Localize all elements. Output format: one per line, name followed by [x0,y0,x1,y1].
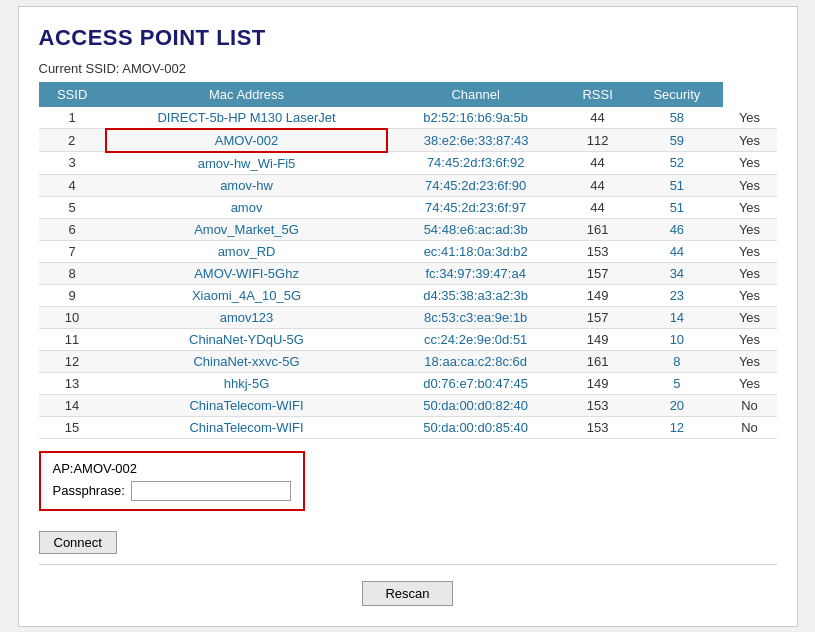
col-header-ssid: SSID [39,82,106,107]
row-num: 2 [39,129,106,152]
current-ssid: Current SSID: AMOV-002 [39,61,777,76]
table-row[interactable]: 14ChinaTelecom-WIFI50:da:00:d0:82:401532… [39,394,777,416]
row-security: Yes [723,262,777,284]
row-num: 1 [39,107,106,129]
table-row[interactable]: 12ChinaNet-xxvc-5G18:aa:ca:c2:8c:6d1618Y… [39,350,777,372]
rescan-row: Rescan [39,581,777,606]
row-rssi: 12 [631,416,722,438]
row-num: 8 [39,262,106,284]
row-ssid: amov_RD [106,240,388,262]
row-channel: 153 [564,416,631,438]
row-mac: 54:48:e6:ac:ad:3b [387,218,564,240]
row-security: Yes [723,152,777,175]
page-title: ACCESS POINT LIST [39,25,777,51]
row-mac: d4:35:38:a3:a2:3b [387,284,564,306]
row-rssi: 8 [631,350,722,372]
row-security: Yes [723,284,777,306]
row-channel: 149 [564,328,631,350]
row-rssi: 52 [631,152,722,175]
row-channel: 161 [564,350,631,372]
row-ssid: ChinaTelecom-WIFI [106,394,388,416]
row-security: Yes [723,107,777,129]
row-security: Yes [723,372,777,394]
row-rssi: 34 [631,262,722,284]
table-row[interactable]: 11ChinaNet-YDqU-5Gcc:24:2e:9e:0d:5114910… [39,328,777,350]
table-row[interactable]: 2AMOV-00238:e2:6e:33:87:4311259Yes [39,129,777,152]
row-security: No [723,394,777,416]
passphrase-label: Passphrase: [53,483,125,498]
row-num: 10 [39,306,106,328]
row-ssid: ChinaTelecom-WIFI [106,416,388,438]
row-num: 6 [39,218,106,240]
row-num: 14 [39,394,106,416]
row-mac: 74:45:2d:f3:6f:92 [387,152,564,175]
row-channel: 157 [564,306,631,328]
row-channel: 44 [564,174,631,196]
table-row[interactable]: 3amov-hw_Wi-Fi574:45:2d:f3:6f:924452Yes [39,152,777,175]
table-row[interactable]: 4amov-hw74:45:2d:23:6f:904451Yes [39,174,777,196]
row-num: 15 [39,416,106,438]
row-ssid: amov-hw [106,174,388,196]
row-num: 3 [39,152,106,175]
row-rssi: 51 [631,196,722,218]
row-mac: 18:aa:ca:c2:8c:6d [387,350,564,372]
row-num: 11 [39,328,106,350]
row-channel: 153 [564,240,631,262]
rescan-button[interactable]: Rescan [362,581,452,606]
table-row[interactable]: 8AMOV-WIFI-5Ghzfc:34:97:39:47:a415734Yes [39,262,777,284]
connect-button[interactable]: Connect [39,531,117,554]
row-channel: 44 [564,107,631,129]
row-channel: 112 [564,129,631,152]
row-rssi: 23 [631,284,722,306]
table-row[interactable]: 9Xiaomi_4A_10_5Gd4:35:38:a3:a2:3b14923Ye… [39,284,777,306]
row-num: 4 [39,174,106,196]
row-mac: fc:34:97:39:47:a4 [387,262,564,284]
row-mac: ec:41:18:0a:3d:b2 [387,240,564,262]
table-row[interactable]: 15ChinaTelecom-WIFI50:da:00:d0:85:401531… [39,416,777,438]
row-mac: 50:da:00:d0:85:40 [387,416,564,438]
table-body: 1DIRECT-5b-HP M130 LaserJetb2:52:16:b6:9… [39,107,777,439]
connect-box: AP:AMOV-002 Passphrase: [39,451,305,511]
row-rssi: 10 [631,328,722,350]
col-header-mac: Mac Address [106,82,388,107]
col-header-rssi: RSSI [564,82,631,107]
row-security: Yes [723,218,777,240]
row-num: 5 [39,196,106,218]
table-row[interactable]: 6Amov_Market_5G54:48:e6:ac:ad:3b16146Yes [39,218,777,240]
row-ssid: ChinaNet-xxvc-5G [106,350,388,372]
table-row[interactable]: 10amov1238c:53:c3:ea:9e:1b15714Yes [39,306,777,328]
divider [39,564,777,565]
passphrase-input[interactable] [131,481,291,501]
table-row[interactable]: 13hhkj-5Gd0:76:e7:b0:47:451495Yes [39,372,777,394]
row-channel: 157 [564,262,631,284]
row-ssid: DIRECT-5b-HP M130 LaserJet [106,107,388,129]
row-mac: 74:45:2d:23:6f:90 [387,174,564,196]
row-rssi: 5 [631,372,722,394]
row-rssi: 59 [631,129,722,152]
col-header-channel: Channel [387,82,564,107]
row-rssi: 44 [631,240,722,262]
row-num: 12 [39,350,106,372]
table-row[interactable]: 7amov_RDec:41:18:0a:3d:b215344Yes [39,240,777,262]
row-security: Yes [723,174,777,196]
row-security: Yes [723,240,777,262]
row-channel: 44 [564,196,631,218]
row-rssi: 51 [631,174,722,196]
row-channel: 44 [564,152,631,175]
row-rssi: 20 [631,394,722,416]
row-mac: 38:e2:6e:33:87:43 [387,129,564,152]
row-security: Yes [723,306,777,328]
row-channel: 161 [564,218,631,240]
row-mac: 50:da:00:d0:82:40 [387,394,564,416]
table-row[interactable]: 1DIRECT-5b-HP M130 LaserJetb2:52:16:b6:9… [39,107,777,129]
row-ssid: amov-hw_Wi-Fi5 [106,152,388,175]
row-security: Yes [723,129,777,152]
row-num: 9 [39,284,106,306]
row-mac: 74:45:2d:23:6f:97 [387,196,564,218]
table-header: SSID Mac Address Channel RSSI Security [39,82,777,107]
col-header-security: Security [631,82,722,107]
row-ssid: AMOV-002 [106,129,388,152]
table-row[interactable]: 5amov74:45:2d:23:6f:974451Yes [39,196,777,218]
row-ssid: hhkj-5G [106,372,388,394]
row-channel: 153 [564,394,631,416]
